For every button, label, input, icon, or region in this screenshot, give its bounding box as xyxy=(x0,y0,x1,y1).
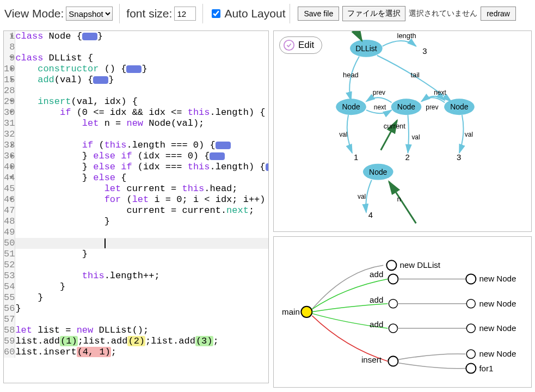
value-label: 2 xyxy=(405,153,409,162)
call-node[interactable] xyxy=(466,274,476,284)
toolbar: View Mode: Snapshot font size: Auto Layo… xyxy=(0,0,535,27)
line-number: 50 xyxy=(4,238,15,248)
edge-label: val xyxy=(358,193,366,200)
font-size-label: font size: xyxy=(126,7,172,20)
edge-label: next xyxy=(434,89,446,96)
fold-icon[interactable] xyxy=(126,65,142,73)
line-number: 28 xyxy=(4,85,15,96)
line-number: 57 xyxy=(4,314,15,324)
call-node[interactable] xyxy=(301,307,312,317)
value-label: 3 xyxy=(457,153,461,162)
edge-label: n xyxy=(397,195,401,203)
edit-button[interactable]: Edit xyxy=(279,36,322,54)
graph-node-label: DLList xyxy=(355,44,377,53)
edge-label: val xyxy=(411,133,420,141)
graph-node-label: Node xyxy=(369,168,388,176)
call-label: new Node xyxy=(479,349,516,358)
line-number: 55 xyxy=(4,292,15,303)
line-number: 31 xyxy=(4,118,15,128)
line-number: 56 xyxy=(4,303,15,314)
call-label: new Node xyxy=(479,299,516,308)
call-node[interactable] xyxy=(388,356,398,366)
font-size-input[interactable] xyxy=(174,7,196,21)
line-number: 52 xyxy=(4,260,15,270)
call-label: new DLList xyxy=(399,260,440,270)
view-mode-select[interactable]: Snapshot xyxy=(66,7,113,21)
call-node[interactable] xyxy=(386,260,396,270)
call-label: new Node xyxy=(479,323,516,333)
edge-label: head xyxy=(343,71,359,79)
edge-label: tail xyxy=(410,71,420,79)
redraw-button[interactable]: redraw xyxy=(481,7,516,21)
call-label: add xyxy=(370,320,383,329)
call-label: add xyxy=(370,270,383,279)
file-choose-button[interactable]: ファイルを選択 xyxy=(342,6,405,21)
call-label: for1 xyxy=(479,364,493,373)
svg-point-0 xyxy=(284,40,294,50)
fold-icon[interactable] xyxy=(93,76,108,84)
edge-label: val xyxy=(465,131,473,138)
code-editor[interactable]: 1class Node {} 8 9class DLList { 10 cons… xyxy=(3,30,269,383)
line-number: 59 xyxy=(4,336,15,346)
call-node[interactable] xyxy=(466,299,475,308)
line-number: 48 xyxy=(4,216,15,226)
call-label: main xyxy=(282,307,300,316)
call-node[interactable] xyxy=(466,363,476,373)
fold-icon[interactable] xyxy=(82,33,97,40)
edge-label: prev xyxy=(426,103,438,111)
graph-node-label: Node xyxy=(397,102,416,111)
auto-layout-label: Auto Layout xyxy=(224,7,285,20)
paperclip-icon xyxy=(283,39,295,51)
line-number: 53 xyxy=(4,271,15,281)
line-number: 51 xyxy=(4,249,15,259)
cursor xyxy=(104,238,106,248)
call-label: add xyxy=(370,295,383,304)
edit-button-label: Edit xyxy=(298,40,314,51)
value-label: 3 xyxy=(422,47,427,56)
call-graph-pane[interactable]: main new DLList add new Node add xyxy=(273,236,532,388)
line-number: 45 xyxy=(4,183,15,194)
call-node[interactable] xyxy=(388,274,398,284)
graph-node-label: Node xyxy=(450,102,469,111)
line-number: 47 xyxy=(4,205,15,216)
edge-label: val xyxy=(339,131,347,138)
fold-icon[interactable] xyxy=(210,152,225,160)
edge-label: length xyxy=(397,32,416,40)
call-node[interactable] xyxy=(389,299,397,308)
edge-label: next xyxy=(374,103,386,111)
line-number: 32 xyxy=(4,129,15,139)
call-label: new Node xyxy=(479,274,516,284)
line-number: 49 xyxy=(4,227,15,237)
line-number: 60 xyxy=(4,347,15,357)
call-node[interactable] xyxy=(466,324,475,333)
edge-label: current xyxy=(384,122,406,130)
no-file-label: 選択されていません xyxy=(409,9,477,19)
call-node[interactable] xyxy=(389,324,397,333)
value-label: 1 xyxy=(354,153,358,162)
fold-icon[interactable] xyxy=(216,142,231,149)
line-number: 8 xyxy=(9,42,15,52)
line-number: 58 xyxy=(4,325,15,335)
call-label: insert xyxy=(361,355,382,364)
value-label: 4 xyxy=(368,211,373,219)
view-mode-label: View Mode: xyxy=(4,7,64,20)
auto-layout-checkbox[interactable] xyxy=(212,9,220,18)
edge-label: prev xyxy=(373,89,385,96)
call-node[interactable] xyxy=(466,350,475,358)
fold-icon[interactable] xyxy=(266,163,269,171)
save-file-button[interactable]: Save file xyxy=(298,7,339,21)
visualization-pane[interactable]: Edit DLList length 3 head tail xyxy=(273,30,532,232)
line-number: 54 xyxy=(4,281,15,292)
graph-node-label: Node xyxy=(342,102,360,111)
